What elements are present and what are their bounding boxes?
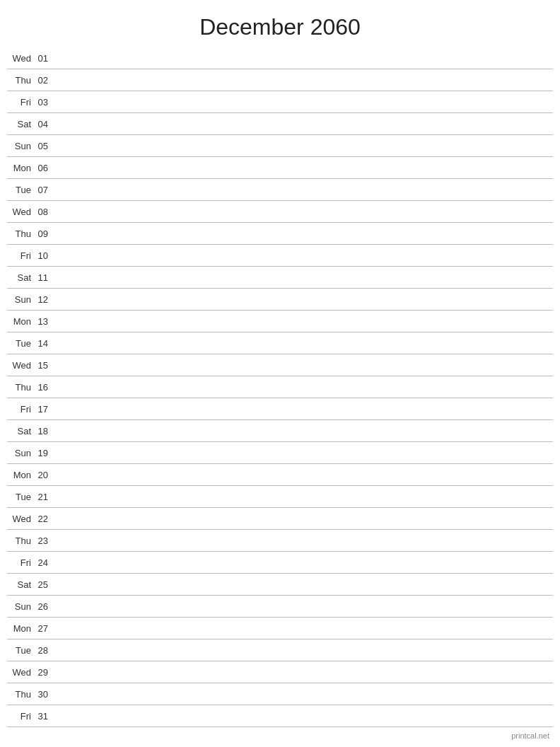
day-row: Sat04 [7,113,553,135]
day-row: Wed01 [7,47,553,69]
day-row: Mon20 [7,464,553,486]
day-row: Sat25 [7,574,553,596]
day-number: 09 [34,228,54,239]
day-line [54,80,553,81]
day-line [54,212,553,212]
day-number: 25 [34,579,54,590]
day-name: Sun [7,294,34,305]
day-row: Tue21 [7,486,553,508]
day-number: 12 [34,294,54,305]
day-row: Tue14 [7,332,553,354]
day-number: 21 [34,492,54,502]
day-name: Thu [7,75,34,86]
day-number: 08 [34,207,54,217]
day-row: Thu23 [7,530,553,552]
day-name: Wed [7,667,34,678]
day-number: 07 [34,185,54,195]
day-row: Thu30 [7,683,553,705]
day-line [54,365,553,366]
day-name: Fri [7,250,34,261]
day-name: Mon [7,623,34,634]
day-row: Wed29 [7,661,553,683]
day-row: Mon13 [7,311,553,332]
day-row: Sun05 [7,135,553,157]
day-number: 04 [34,119,54,129]
day-row: Thu16 [7,376,553,398]
day-row: Fri31 [7,705,553,727]
page-title: December 2060 [0,0,560,47]
day-line [54,146,553,146]
day-line [54,606,553,607]
day-line [54,255,553,256]
day-line [54,190,553,190]
day-name: Mon [7,316,34,327]
day-line [54,694,553,695]
day-number: 14 [34,338,54,349]
day-line [54,628,553,629]
day-line [54,716,553,717]
day-name: Tue [7,185,34,195]
day-line [54,497,553,497]
day-name: Sun [7,448,34,458]
day-name: Thu [7,382,34,393]
day-row: Tue28 [7,639,553,661]
day-number: 27 [34,623,54,634]
day-row: Sun26 [7,596,553,618]
day-row: Fri03 [7,91,553,113]
day-row: Thu09 [7,223,553,245]
day-line [54,102,553,103]
day-number: 26 [34,601,54,612]
day-line [54,453,553,453]
day-row: Fri24 [7,552,553,574]
day-row: Sat18 [7,420,553,442]
day-number: 03 [34,97,54,108]
day-number: 02 [34,75,54,86]
day-name: Tue [7,645,34,656]
day-name: Fri [7,711,34,722]
day-name: Wed [7,360,34,371]
day-number: 01 [34,53,54,64]
day-row: Sun19 [7,442,553,464]
day-name: Tue [7,492,34,502]
day-number: 23 [34,535,54,546]
day-name: Thu [7,689,34,700]
day-line [54,540,553,541]
day-number: 18 [34,426,54,436]
day-line [54,431,553,432]
day-row: Fri17 [7,398,553,420]
day-number: 29 [34,667,54,678]
day-line [54,321,553,322]
day-number: 31 [34,711,54,722]
day-row: Fri10 [7,245,553,267]
day-line [54,277,553,278]
day-number: 06 [34,163,54,173]
calendar-container: Wed01Thu02Fri03Sat04Sun05Mon06Tue07Wed08… [0,47,560,727]
footer-text: printcal.net [511,731,549,740]
day-row: Sat11 [7,267,553,289]
day-line [54,475,553,475]
day-line [54,387,553,388]
day-line [54,343,553,344]
day-name: Sat [7,272,34,283]
day-name: Mon [7,163,34,173]
day-name: Sat [7,426,34,436]
day-line [54,584,553,585]
day-number: 22 [34,514,54,524]
day-number: 16 [34,382,54,393]
day-name: Fri [7,557,34,568]
day-name: Fri [7,97,34,108]
day-name: Mon [7,470,34,480]
day-number: 30 [34,689,54,700]
day-number: 05 [34,141,54,151]
day-row: Wed08 [7,201,553,223]
day-line [54,58,553,59]
day-row: Mon27 [7,618,553,639]
day-line [54,519,553,519]
day-number: 20 [34,470,54,480]
day-number: 13 [34,316,54,327]
day-number: 10 [34,250,54,261]
day-row: Sun12 [7,289,553,311]
day-line [54,299,553,300]
day-name: Thu [7,535,34,546]
day-name: Wed [7,207,34,217]
